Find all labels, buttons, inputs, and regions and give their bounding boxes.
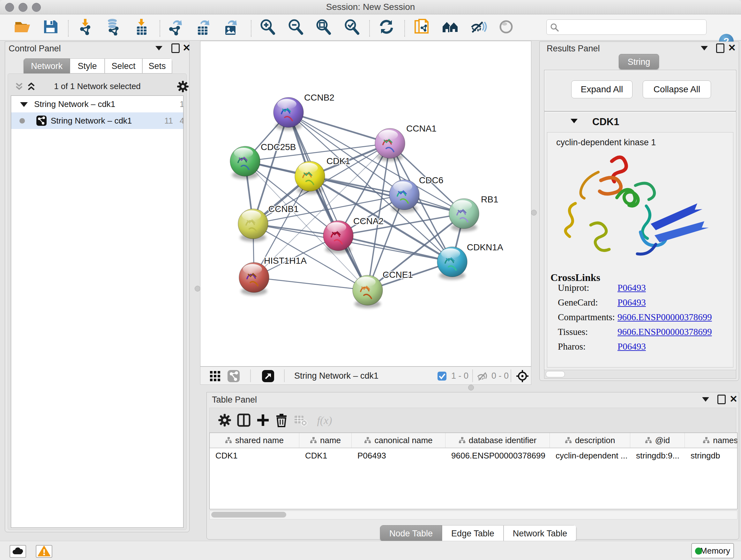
panel-close-icon[interactable]: ✕ (728, 43, 736, 53)
import-table-button[interactable] (133, 18, 150, 36)
panel-menu-caret-icon[interactable] (701, 46, 708, 51)
tab-sets[interactable]: Sets (142, 58, 172, 73)
table-cell[interactable]: P06493 (352, 448, 446, 463)
table-cell[interactable]: stringdb:9... (630, 448, 685, 463)
table-hscrollbar[interactable] (209, 510, 738, 519)
export-image-button[interactable] (222, 18, 239, 36)
network-overview-icon[interactable] (227, 370, 240, 382)
crosslink-link[interactable]: P06493 (617, 283, 646, 293)
horizontal-splitter-handle[interactable] (468, 385, 474, 390)
warnings-button[interactable] (36, 545, 52, 558)
table-cell[interactable]: CDK1 (299, 448, 352, 463)
column-header-name[interactable]: name (299, 433, 352, 448)
table-cell[interactable]: stringdb (685, 448, 738, 463)
panel-float-icon[interactable] (716, 44, 724, 53)
zoom-fit-button[interactable] (315, 18, 332, 36)
node-CCNA1[interactable] (375, 128, 405, 161)
tab-edge-table[interactable]: Edge Table (442, 525, 503, 541)
node-CCNE1[interactable] (353, 275, 383, 308)
tab-network-table[interactable]: Network Table (503, 525, 577, 541)
collapse-all-button[interactable]: Collapse All (643, 80, 711, 98)
node-HIST1H1A[interactable] (239, 262, 269, 295)
column-header-description[interactable]: description (550, 433, 630, 448)
node-CCNB2[interactable] (273, 98, 304, 130)
node-CCNB1[interactable] (238, 209, 268, 242)
refresh-button[interactable] (378, 18, 395, 36)
network-canvas[interactable]: CCNB2CCNA1CDC25BCDK1CDC6RB1CCNB1CCNA2CDK… (200, 41, 531, 367)
panel-float-icon[interactable] (172, 44, 180, 53)
table-hscrollbar-thumb[interactable] (211, 512, 286, 517)
selected-checkbox-icon[interactable] (437, 371, 447, 381)
export-network-button[interactable] (167, 18, 185, 36)
cloud-status-button[interactable] (10, 545, 26, 558)
import-network-from-database-button[interactable] (105, 18, 122, 36)
crosslink-link[interactable]: P06493 (617, 297, 646, 308)
table-row[interactable]: CDK1CDK1P064939606.ENSP00000378699cyclin… (210, 448, 737, 463)
crosslink-link[interactable]: 9606.ENSP00000378699 (617, 327, 712, 337)
edge-HIST1H1A-CCNE1[interactable] (254, 277, 367, 290)
memory-button[interactable]: Memory (691, 543, 734, 558)
edge-CCNA2-CDKN1A[interactable] (338, 236, 452, 262)
export-table-button[interactable] (195, 18, 212, 36)
panel-menu-caret-icon[interactable] (702, 397, 709, 401)
hide-selected-button[interactable] (470, 18, 487, 36)
expand-all-button[interactable]: Expand All (571, 80, 632, 98)
node-CDK1[interactable] (295, 161, 325, 194)
hidden-counts: 0 - 0 (491, 371, 509, 381)
clone-network-button[interactable] (413, 18, 430, 36)
results-hscrollbar-thumb[interactable] (546, 371, 565, 377)
open-in-new-window-icon[interactable] (262, 370, 274, 382)
grid-view-icon[interactable] (209, 370, 221, 382)
network-collection-row[interactable]: String Network – cdk1 1 (11, 96, 183, 112)
panel-menu-caret-icon[interactable] (155, 46, 162, 51)
expand-all-chevrons-icon[interactable] (26, 81, 37, 92)
table-cell[interactable]: cyclin-dependent ... (550, 448, 630, 463)
birds-eye-toggle-icon[interactable] (516, 369, 529, 383)
crosslink-link[interactable]: 9606.ENSP00000378699 (617, 312, 712, 322)
gene-entry-header[interactable]: CDK1 (544, 113, 736, 132)
table-settings-button[interactable] (216, 412, 233, 429)
tree-collapse-caret-icon[interactable] (20, 102, 28, 107)
tab-network[interactable]: Network (23, 58, 70, 73)
panel-float-icon[interactable] (718, 395, 726, 404)
tab-style[interactable]: Style (70, 58, 105, 73)
gear-icon[interactable] (177, 80, 189, 93)
crosslink-link[interactable]: P06493 (617, 341, 646, 352)
first-neighbors-button[interactable] (442, 18, 459, 36)
zoom-in-button[interactable] (259, 18, 276, 36)
zoom-selected-button[interactable] (343, 18, 360, 36)
tab-select[interactable]: Select (105, 58, 142, 73)
search-input[interactable] (562, 20, 704, 33)
tab-string[interactable]: String (619, 54, 659, 69)
collapse-all-chevrons-icon[interactable] (14, 81, 24, 92)
column-header-database-identifier[interactable]: database identifier (446, 433, 550, 448)
create-column-button[interactable] (254, 412, 272, 429)
table-cell[interactable]: CDK1 (210, 448, 299, 463)
panel-close-icon[interactable]: ✕ (730, 394, 738, 404)
entry-collapse-caret-icon[interactable] (570, 119, 578, 123)
vertical-splitter-handle[interactable] (195, 286, 200, 292)
column-header--id[interactable]: @id (630, 433, 685, 448)
save-session-button[interactable] (42, 18, 59, 36)
show-hidden-button[interactable] (497, 18, 515, 36)
delete-column-button[interactable] (273, 412, 290, 429)
zoom-out-button[interactable] (287, 18, 304, 36)
column-header-namespace[interactable]: namespace (685, 433, 738, 448)
node-RB1[interactable] (449, 199, 479, 232)
vertical-splitter-handle[interactable] (531, 210, 537, 215)
node-CDKN1A[interactable] (437, 247, 467, 280)
network-row-selected[interactable]: String Network – cdk1 11 48 (11, 112, 183, 129)
results-hscrollbar[interactable] (544, 370, 736, 379)
table-cell[interactable]: 9606.ENSP00000378699 (446, 448, 550, 463)
edge-CCNB2-CCNA1[interactable] (288, 112, 390, 143)
node-CCNA2[interactable] (323, 221, 353, 253)
column-header-canonical-name[interactable]: canonical name (352, 433, 446, 448)
panel-close-icon[interactable]: ✕ (183, 43, 191, 53)
import-network-button[interactable] (77, 18, 95, 36)
node-CDC25B[interactable] (230, 146, 260, 179)
open-session-button[interactable] (14, 18, 31, 36)
node-CDC6[interactable] (389, 180, 419, 212)
tab-node-table[interactable]: Node Table (380, 525, 442, 541)
column-header-shared-name[interactable]: shared name (210, 433, 299, 448)
show-columns-button[interactable] (235, 412, 253, 429)
